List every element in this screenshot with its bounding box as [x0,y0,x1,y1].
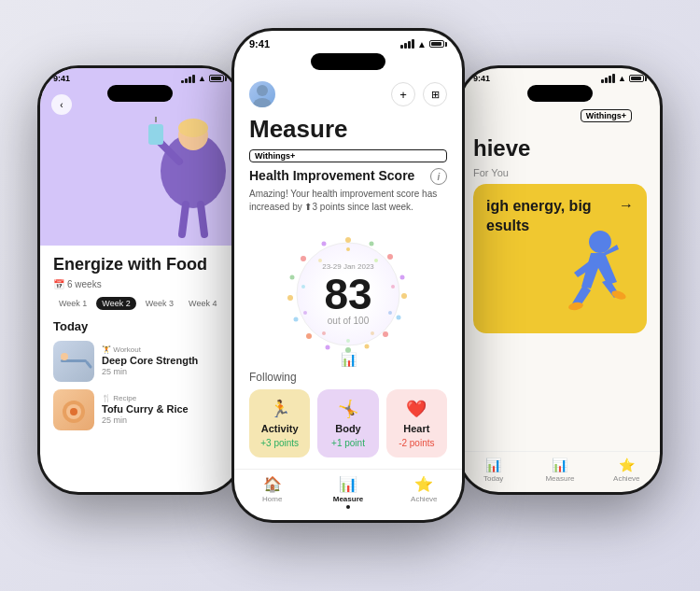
svg-point-43 [589,231,611,253]
right-today-label: Today [483,474,503,483]
svg-point-19 [387,254,393,260]
recipe-duration: 25 min [102,415,189,425]
for-you-label: For You [460,165,660,184]
svg-point-37 [371,331,374,335]
right-phone-screen: 9:41 ▲ [460,68,660,492]
right-withings-badge[interactable]: Withings+ [581,109,632,122]
left-phone-screen: 9:41 ▲ [40,68,240,492]
body-card-points: +1 point [331,438,365,448]
right-achieve-label: Achieve [613,474,639,483]
nav-measure[interactable]: 📊 Measure [310,475,385,509]
left-content: Energize with Food 📅 6 weeks Week 1 Week… [40,246,240,492]
withings-badge[interactable]: Withings+ [249,149,447,162]
wifi-icon: ▲ [198,74,206,83]
add-button[interactable]: + [391,82,415,106]
body-card-icon: 🤸 [338,399,358,419]
center-phone-screen: 9:41 ▲ [234,31,462,520]
svg-point-26 [326,345,330,350]
heart-card-icon: ❤️ [406,399,427,419]
svg-point-40 [303,311,307,315]
body-card-name: Body [335,423,361,434]
calendar-icon: 📅 [53,279,64,289]
score-center-display: 23-29 Jan 2023 83 out of 100 [322,262,374,326]
score-description: Amazing! Your health improvement score h… [249,188,447,214]
svg-point-20 [400,275,405,280]
plus-icon: + [399,88,407,102]
back-icon: ‹ [60,100,63,110]
activity-card-icon: 🏃 [270,399,290,419]
following-cards: 🏃 Activity +3 points 🤸 Body +1 point ❤️ … [234,389,462,457]
week-tabs[interactable]: Week 1 Week 2 Week 3 Week 4 [53,297,227,310]
achieve-card[interactable]: igh energy, big esults → [473,184,647,333]
right-nav-achieve[interactable]: ⭐ Achieve [594,457,660,483]
svg-line-10 [87,362,91,367]
right-nav-measure[interactable]: 📊 Measure [526,457,593,483]
left-phone: 9:41 ▲ [37,65,243,495]
svg-point-14 [257,85,268,96]
right-battery-icon [629,75,647,82]
score-circle-container: 23-29 Jan 2023 83 out of 100 📊 [234,219,462,367]
measure-icon: 📊 [339,475,357,493]
score-outof: out of 100 [322,316,374,326]
svg-point-21 [401,293,407,299]
right-signal-icon [601,74,615,83]
svg-line-6 [182,204,186,234]
activity-card-name: Activity [261,423,299,434]
right-status-bar: 9:41 ▲ [460,68,660,85]
week-tab-2[interactable]: Week 2 [96,297,135,310]
right-page-title: hieve [460,132,660,165]
svg-point-34 [374,259,378,262]
workout-name: Deep Core Strength [102,355,198,367]
nav-achieve[interactable]: ⭐ Achieve [386,475,462,509]
scan-button[interactable]: ⊞ [423,82,447,106]
right-nav-today[interactable]: 📊 Today [460,457,526,483]
signal-icon [181,75,195,83]
nav-home[interactable]: 🏠 Home [234,475,310,509]
achieve-arrow-icon: → [619,197,634,214]
svg-point-13 [70,408,77,415]
center-battery-icon [429,40,447,48]
svg-point-41 [301,285,305,288]
hero-illustration [109,96,240,246]
left-hero-section: 9:41 ▲ [40,68,240,246]
score-chart-icon[interactable]: 📊 [341,352,357,367]
scan-icon: ⊞ [431,89,440,101]
svg-point-24 [365,345,370,349]
left-status-icons: ▲ [181,74,227,83]
right-phone: 9:41 ▲ [457,65,663,495]
page-title: Measure [234,111,462,149]
week-tab-4[interactable]: Week 4 [183,297,222,310]
right-header: Withings+ [460,106,660,132]
activity-card[interactable]: 🏃 Activity +3 points [249,389,310,457]
recipe-thumbnail [53,389,94,430]
center-signal-icon [400,39,414,49]
week-tab-1[interactable]: Week 1 [53,297,92,310]
right-status-icons: ▲ [601,74,647,83]
activity-item-workout[interactable]: 🏋️ Workout Deep Core Strength 25 min [53,341,227,382]
svg-point-18 [370,242,374,246]
nav-home-label: Home [262,495,282,503]
home-icon: 🏠 [263,475,282,493]
course-duration: 📅 6 weeks [53,279,227,289]
heart-card-name: Heart [403,423,429,434]
score-number: 83 [322,273,374,316]
left-time: 9:41 [53,74,70,83]
info-button[interactable]: i [430,168,447,185]
activity-item-recipe[interactable]: 🍴 Recipe Tofu Curry & Rice 25 min [53,389,227,430]
course-title: Energize with Food [53,255,227,275]
svg-line-7 [201,204,204,234]
user-avatar[interactable] [249,81,275,107]
svg-point-31 [301,256,306,261]
back-button[interactable]: ‹ [51,94,72,115]
svg-point-27 [306,333,312,339]
body-card[interactable]: 🤸 Body +1 point [317,389,378,457]
today-label: Today [53,319,227,333]
center-time: 9:41 [249,38,270,49]
center-status-bar: 9:41 ▲ [234,31,462,53]
activity-card-points: +3 points [260,438,299,448]
nav-measure-label: Measure [333,495,363,503]
active-indicator [346,505,350,509]
week-tab-3[interactable]: Week 3 [140,297,179,310]
heart-card[interactable]: ❤️ Heart -2 points [386,389,447,457]
svg-point-33 [346,247,350,251]
